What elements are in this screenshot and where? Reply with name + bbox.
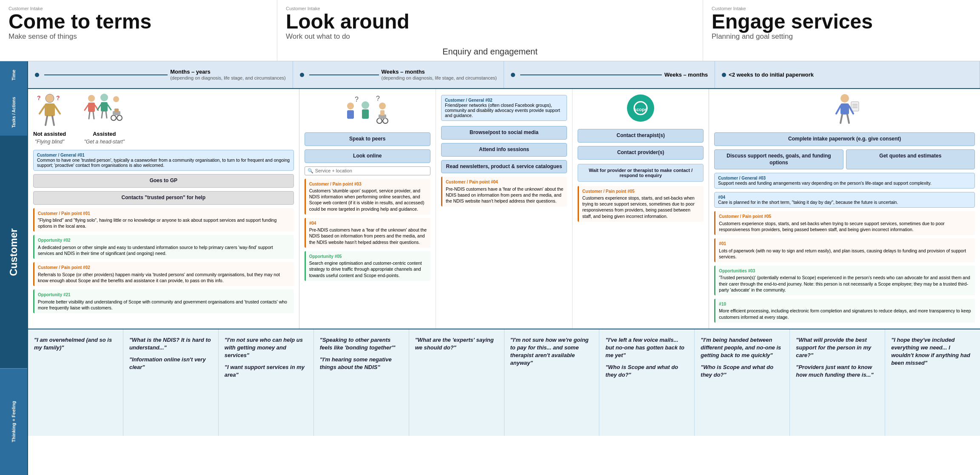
svg-rect-1 xyxy=(45,103,55,116)
pain-6-text: Customers experience stops, starts, and … xyxy=(582,195,700,219)
not-assisted-label: Not assisted xyxy=(33,131,66,137)
svg-rect-24 xyxy=(114,109,119,112)
svg-point-0 xyxy=(46,94,54,103)
svg-point-22 xyxy=(117,115,122,120)
opp-note-2: Opportunity #21 Promote better visibilit… xyxy=(33,289,294,313)
opp-4-text: 'Trusted person(s)' (potentially externa… xyxy=(719,275,971,293)
svg-line-44 xyxy=(836,106,840,114)
search-box[interactable]: 🔍 Service + location xyxy=(305,166,430,175)
thinking-quote-2: "What is the NDIS? It is hard to underst… xyxy=(129,336,212,352)
cust-general-2: Customer / General #02 Friend/peer netwo… xyxy=(441,95,567,121)
left-strip: Time Tasks / Actions Customer Thinking +… xyxy=(0,61,28,475)
pain-1-text: "Flying blind" and "flying solo", having… xyxy=(38,217,291,229)
svg-text:?: ? xyxy=(37,94,41,101)
person-assisted: Assisted "Get a head-start" xyxy=(83,93,125,145)
cust-general-3-header: Customer / General #03 xyxy=(718,176,971,180)
svg-point-20 xyxy=(113,96,119,102)
svg-point-32 xyxy=(377,118,382,123)
look-around-figures: ? ? xyxy=(305,93,430,127)
cust-general-3b: #04 Care is planned for in the short ter… xyxy=(714,192,975,208)
subcol-online: ? ? xyxy=(299,89,436,328)
thinking-cell-2: "What is the NDIS? It is hard to underst… xyxy=(123,329,219,436)
svg-rect-30 xyxy=(362,109,369,119)
svg-rect-39 xyxy=(840,103,849,114)
thinking-quote-7: "I've left a few voice mails... but no-o… xyxy=(605,336,688,360)
pain-7-label: Customer / Pain point #05 xyxy=(719,214,971,220)
opp-5-text: More efficient processing, including ele… xyxy=(719,308,971,320)
svg-line-19 xyxy=(106,112,107,118)
opp-note-4: Opportunities #03 'Trusted person(s)' (p… xyxy=(714,266,975,295)
opp-note-1: Opportunity #02 A dedicated person or ot… xyxy=(33,235,294,259)
pain-note-3: Customer / Pain point #03 Customers 'stu… xyxy=(305,179,430,215)
thinking-cell-7: "I've left a few voice mails... but no-o… xyxy=(599,329,695,436)
person-not-assisted: ? ? Not assisted "Flying blind" xyxy=(33,93,66,145)
engage-figure xyxy=(714,93,975,127)
thinking-cell-5: "What are the 'experts' saying we should… xyxy=(409,329,504,436)
time-text-4: <2 weeks to do initial paperwork xyxy=(729,72,814,78)
pain-7b-text: Lots of paperwork (with no way to sign a… xyxy=(719,248,971,260)
svg-rect-35 xyxy=(380,110,385,115)
action-discuss-support: Discuss support needs, goals, and fundin… xyxy=(714,149,843,169)
opp-2-label: Opportunity #21 xyxy=(38,292,291,298)
phase-2-block: Customer Intake Look around Work out wha… xyxy=(277,0,703,61)
pain-note-7: Customer / Pain point #05 Customers expe… xyxy=(714,211,975,235)
main-content-row: ? ? Not assisted "Flying blind" xyxy=(28,89,980,329)
svg-text:scope: scope xyxy=(634,107,647,112)
thinking-quote-6: "I'm not sure how we're going to pay for… xyxy=(510,336,593,367)
action-look-online: Look online xyxy=(305,149,430,163)
pain-2-label: Customer / Pain point #02 xyxy=(38,265,291,271)
two-actions-row: Discuss support needs, goals, and fundin… xyxy=(714,148,975,171)
cust-general-3b-header: #04 xyxy=(718,195,971,200)
opp-3-text: Search engine optimisation and customer-… xyxy=(309,260,427,278)
svg-line-17 xyxy=(108,105,111,110)
thinking-quote-8: "I'm being handed between different peop… xyxy=(701,336,783,360)
not-assisted-figure: ? ? xyxy=(37,93,63,127)
svg-line-10 xyxy=(85,105,88,110)
phase-2-enquiry: Enquiry and engagement xyxy=(286,41,694,57)
cust-general-2-text: Friend/peer networks (often closed Faceb… xyxy=(445,103,563,118)
svg-line-2 xyxy=(40,106,45,114)
pain-3-label: Customer / Pain point #03 xyxy=(309,181,427,187)
cust-general-3: Customer / General #03 Support needs and… xyxy=(714,173,975,189)
action-wait-respond: Wait for provider or therapist to make c… xyxy=(578,164,704,182)
svg-point-29 xyxy=(362,101,369,109)
thinking-quote-10: "I hope they've included everything we n… xyxy=(891,336,974,367)
thinking-row-label: Thinking + Feeling xyxy=(0,369,27,475)
opp-3-label: Opportunity #05 xyxy=(309,254,427,260)
opp-4-label: Opportunities #03 xyxy=(719,268,971,274)
content-area: Months – years (depending on diagnosis, … xyxy=(28,61,980,475)
pain-2-text: Referrals to Scope (or other providers) … xyxy=(38,272,291,283)
svg-line-16 xyxy=(97,105,101,110)
action-contacts-trusted: Contacts "trusted person" for help xyxy=(33,191,294,205)
thinking-row: "I am overwhelmed (and so is my family)"… xyxy=(28,329,980,436)
opp-2-text: Promote better visibility and understand… xyxy=(38,299,291,311)
svg-line-12 xyxy=(89,112,90,119)
thinking-cell-8: "I'm being handed between different peop… xyxy=(695,329,790,436)
cust-general-1-text: Common to have one 'trusted person', typ… xyxy=(37,157,290,168)
pain-4-text: Pre-NDIS customers have a 'fear of the u… xyxy=(309,227,427,245)
col-look-around: ? ? xyxy=(299,89,709,328)
action-speak-peers: Speak to peers xyxy=(305,132,430,146)
svg-point-27 xyxy=(347,103,354,109)
pain-note-2: Customer / Pain point #02 Referrals to S… xyxy=(33,262,294,286)
assisted-figure xyxy=(83,93,125,127)
subcol-contact: scope Contact therapist(s) Contact provi… xyxy=(573,89,709,328)
thinking-cell-6: "I'm not sure how we're going to pay for… xyxy=(504,329,600,436)
svg-line-3 xyxy=(55,106,60,114)
pain-1-label: Customer / Pain point #01 xyxy=(38,211,291,217)
pain-5-text: Pre-NDIS customers have a 'fear of the u… xyxy=(446,186,564,204)
time-dot-3 xyxy=(511,73,515,77)
time-line-2 xyxy=(309,74,379,75)
time-dot-1 xyxy=(35,73,39,77)
col-come-to-terms: ? ? Not assisted "Flying blind" xyxy=(28,89,299,328)
svg-line-13 xyxy=(93,112,94,119)
time-row: Months – years (depending on diagnosis, … xyxy=(28,61,980,89)
scope-area: scope xyxy=(578,93,704,123)
main-grid: Time Tasks / Actions Customer Thinking +… xyxy=(0,61,980,475)
assisted-label: Assisted xyxy=(83,131,125,137)
time-line-3 xyxy=(520,74,662,75)
pain-3-text: Customers 'stumble upon' support, servic… xyxy=(309,188,427,212)
customer-row-label: Customer xyxy=(0,136,27,369)
phase-1-title: Come to terms xyxy=(9,11,268,32)
action-read-newsletters: Read newsletters, product & service cata… xyxy=(441,160,567,174)
